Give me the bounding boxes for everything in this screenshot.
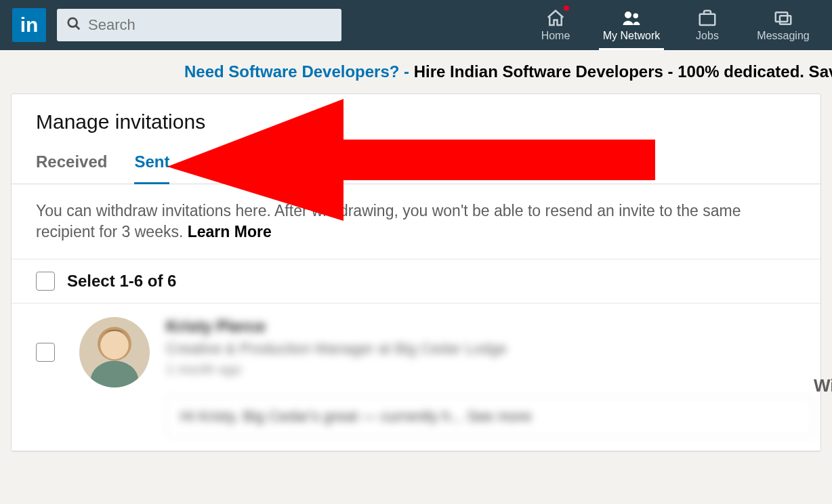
ad-link-text: Need Software Developers? - bbox=[184, 62, 414, 81]
nav-label: Home bbox=[541, 30, 570, 42]
nav-my-network[interactable]: My Network bbox=[594, 0, 669, 50]
messaging-icon bbox=[773, 8, 793, 28]
avatar[interactable] bbox=[79, 317, 150, 387]
tab-received[interactable]: Received bbox=[36, 152, 107, 184]
nav-messaging[interactable]: Messaging bbox=[745, 0, 821, 50]
tab-sent[interactable]: Sent bbox=[134, 152, 169, 184]
linkedin-logo[interactable]: in bbox=[12, 8, 46, 42]
top-nav: in Home My Network Jobs bbox=[0, 0, 832, 50]
svg-point-0 bbox=[68, 18, 77, 27]
select-all-label: Select 1-6 of 6 bbox=[67, 272, 176, 291]
page-title: Manage invitations bbox=[36, 110, 796, 133]
card-header: Manage invitations bbox=[12, 94, 820, 139]
select-all-row: Select 1-6 of 6 bbox=[12, 259, 820, 303]
search-input[interactable] bbox=[88, 16, 332, 34]
invitation-time: 1 month ago bbox=[166, 362, 814, 377]
nav-label: Messaging bbox=[757, 30, 809, 42]
svg-line-1 bbox=[76, 26, 80, 30]
nav-label: Jobs bbox=[696, 30, 719, 42]
invitation-desc: Creative & Production Manager at Big Ced… bbox=[166, 340, 814, 358]
manage-invitations-card: Manage invitations Received Sent You can… bbox=[11, 93, 821, 452]
search-bar[interactable] bbox=[57, 9, 341, 41]
nav-items: Home My Network Jobs Messaging bbox=[518, 0, 821, 50]
info-text-row: You can withdraw invitations here. After… bbox=[12, 184, 820, 259]
select-all-checkbox[interactable] bbox=[36, 272, 55, 291]
home-icon bbox=[545, 8, 566, 28]
info-text: You can withdraw invitations here. After… bbox=[36, 202, 741, 240]
ad-rest-text: Hire Indian Software Developers - 100% d… bbox=[414, 62, 832, 81]
invitation-message[interactable]: Hi Kristy. Big Cedar's great — currently… bbox=[166, 396, 814, 437]
withdraw-button[interactable]: Withdraw bbox=[814, 358, 832, 396]
tabs: Received Sent bbox=[12, 139, 820, 184]
row-checkbox[interactable] bbox=[36, 343, 55, 362]
nav-home[interactable]: Home bbox=[518, 0, 594, 50]
svg-rect-5 bbox=[776, 12, 788, 22]
invitation-body: Kristy Pierce Creative & Production Mana… bbox=[166, 317, 814, 437]
learn-more-link[interactable]: Learn More bbox=[188, 223, 272, 240]
svg-rect-6 bbox=[780, 16, 791, 24]
svg-point-3 bbox=[633, 14, 639, 19]
ad-banner[interactable]: Need Software Developers? - Hire Indian … bbox=[0, 50, 832, 93]
notification-dot-icon bbox=[562, 4, 570, 12]
search-icon bbox=[66, 16, 81, 34]
svg-point-2 bbox=[625, 12, 631, 18]
invitation-row: Kristy Pierce Creative & Production Mana… bbox=[12, 303, 820, 451]
svg-rect-4 bbox=[700, 14, 715, 25]
invitation-name[interactable]: Kristy Pierce bbox=[166, 317, 814, 336]
nav-jobs[interactable]: Jobs bbox=[669, 0, 745, 50]
briefcase-icon bbox=[697, 8, 717, 28]
people-icon bbox=[621, 8, 642, 28]
svg-point-10 bbox=[100, 331, 129, 360]
nav-label: My Network bbox=[603, 30, 660, 42]
